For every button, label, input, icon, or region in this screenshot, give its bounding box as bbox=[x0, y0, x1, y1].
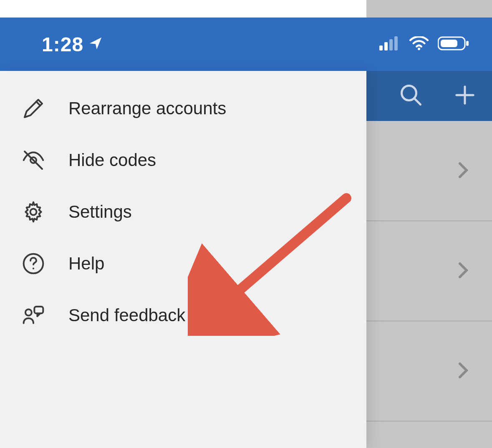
help-icon bbox=[21, 251, 46, 276]
svg-rect-1 bbox=[384, 42, 388, 50]
svg-rect-7 bbox=[466, 41, 469, 46]
menu-item-label: Send feedback bbox=[68, 305, 185, 325]
menu-item-label: Settings bbox=[68, 202, 132, 222]
menu-item-hide-codes[interactable]: Hide codes bbox=[0, 134, 366, 186]
svg-rect-0 bbox=[379, 45, 383, 50]
list-item[interactable] bbox=[366, 321, 492, 421]
svg-point-17 bbox=[33, 268, 34, 269]
status-right bbox=[379, 36, 469, 53]
list-item[interactable] bbox=[366, 121, 492, 221]
battery-icon bbox=[438, 36, 469, 53]
menu-item-label: Rearrange accounts bbox=[68, 98, 226, 118]
menu-item-label: Help bbox=[68, 254, 104, 274]
status-time: 1:28 bbox=[42, 33, 83, 56]
location-arrow-icon bbox=[88, 36, 103, 52]
hide-icon bbox=[21, 148, 46, 173]
svg-point-15 bbox=[30, 209, 37, 215]
chevron-right-icon bbox=[458, 362, 469, 380]
page-background-strip bbox=[0, 0, 366, 18]
list-item[interactable] bbox=[366, 221, 492, 321]
side-drawer: Rearrange accounts Hide codes Settings bbox=[0, 71, 366, 448]
wifi-icon bbox=[409, 36, 429, 52]
menu-item-rearrange-accounts[interactable]: Rearrange accounts bbox=[0, 71, 366, 134]
cellular-signal-icon bbox=[379, 36, 400, 52]
chevron-right-icon bbox=[458, 162, 469, 180]
svg-rect-19 bbox=[34, 307, 43, 313]
menu-item-help[interactable]: Help bbox=[0, 238, 366, 289]
feedback-icon bbox=[21, 303, 46, 328]
svg-line-9 bbox=[414, 98, 421, 105]
svg-point-18 bbox=[25, 310, 32, 316]
menu-item-send-feedback[interactable]: Send feedback bbox=[0, 289, 366, 341]
add-icon[interactable] bbox=[454, 84, 476, 108]
svg-rect-3 bbox=[394, 36, 398, 50]
svg-rect-6 bbox=[441, 40, 457, 47]
svg-rect-2 bbox=[389, 39, 393, 50]
chevron-right-icon bbox=[458, 262, 469, 280]
status-left: 1:28 bbox=[42, 33, 103, 56]
background-account-list bbox=[366, 121, 492, 448]
menu-item-settings[interactable]: Settings bbox=[0, 186, 366, 238]
edit-icon bbox=[21, 96, 46, 121]
status-bar: 1:28 bbox=[0, 18, 492, 71]
svg-point-4 bbox=[418, 48, 420, 50]
menu-item-label: Hide codes bbox=[68, 150, 156, 170]
search-icon[interactable] bbox=[399, 83, 424, 109]
settings-icon bbox=[21, 199, 46, 224]
